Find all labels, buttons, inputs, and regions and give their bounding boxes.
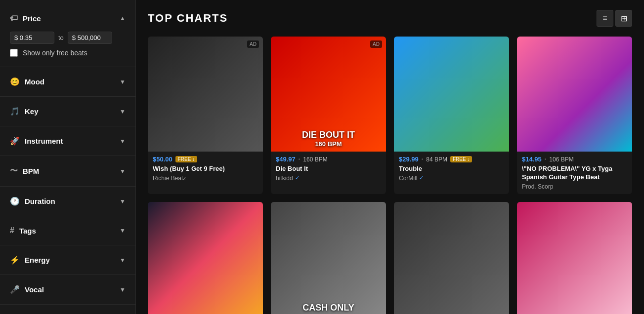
filter-section-energy: ⚡Energy▼ [0,245,135,275]
price-icon: 🏷 [10,14,18,23]
free-beats-row[interactable]: Show only free beats [10,49,126,57]
beat-price: $50.00 [153,156,172,163]
key-icon: 🎵 [10,107,20,116]
beat-thumbnail [394,37,509,152]
filter-header-bpm[interactable]: 〜BPM▼ [10,162,126,180]
chevron-price: ▲ [120,15,126,22]
beat-overlay-bpm: 160 BPM [315,140,342,148]
beat-price: $14.95 [522,156,542,163]
beat-meta: $50.00FREE ↓ [153,156,258,163]
verified-icon: ✓ [419,175,424,181]
beat-artist: Prod. Scorp [522,183,627,190]
beat-bpm: 84 BPM [426,156,447,163]
beat-meta: $14.95•106 BPM [522,156,627,163]
filter-header-duration[interactable]: 🕐Duration▼ [10,193,126,210]
filter-section-tags: #Tags▼ [0,216,135,245]
vocal-icon: 🎤 [10,285,20,294]
view-toggles: ≡ ⊞ [597,10,632,27]
price-min-input[interactable] [10,32,54,44]
beat-card[interactable] [517,202,632,314]
beat-artist: CorMill✓ [399,175,504,182]
filter-section-bpm: 〜BPM▼ [0,156,135,187]
beat-card[interactable] [394,202,509,314]
duration-icon: 🕐 [10,196,20,206]
beat-name: \"NO PROBLEMA\" YG x Tyga Spanish Guitar… [522,165,627,182]
beat-name: Trouble [399,165,504,173]
energy-icon: ⚡ [10,255,20,265]
free-badge: FREE ↓ [450,156,472,162]
filter-section-instrument: 🚀Instrument▼ [0,126,135,156]
beat-card[interactable]: $29.99•84 BPMFREE ↓TroubleCorMill✓ [394,37,509,194]
price-max-input[interactable] [68,32,112,44]
filter-header-vocal[interactable]: 🎤Vocal▼ [10,281,126,298]
beat-bpm: 160 BPM [303,156,327,163]
beat-overlay-title: DIE BOUT IT [302,130,355,140]
beat-overlay-title: CASH ONLY [302,303,354,313]
beat-info: $49.97•160 BPMDie Bout Ithitkidd✓ [271,152,386,186]
filter-header-mood[interactable]: 😊Mood▼ [10,73,126,90]
free-beats-checkbox[interactable] [10,49,18,57]
beat-card[interactable]: ADDIE BOUT IT160 BPM$49.97•160 BPMDie Bo… [271,37,386,194]
beat-card[interactable]: $14.95•106 BPM\"NO PROBLEMA\" YG x Tyga … [517,37,632,194]
beat-card[interactable]: AD$50.00FREE ↓Wish (Buy 1 Get 9 Free)Ric… [148,37,263,194]
filter-header-price[interactable]: 🏷Price▲ [10,10,126,27]
beat-thumbnail: ADDIE BOUT IT160 BPM [271,37,386,152]
filter-label-vocal: Vocal [25,285,44,294]
dot-separator: • [545,157,547,162]
price-range: to [10,32,126,44]
top-bar: TOP CHARTS ≡ ⊞ [148,10,632,27]
beat-thumbnail [148,202,263,314]
beat-overlay: DIE BOUT IT160 BPM [271,126,386,152]
instrument-icon: 🚀 [10,136,20,146]
mood-icon: 😊 [10,77,20,86]
filter-label-bpm: BPM [23,167,39,175]
beat-info: $29.99•84 BPMFREE ↓TroubleCorMill✓ [394,152,509,186]
beat-info: $50.00FREE ↓Wish (Buy 1 Get 9 Free)Richi… [148,152,263,186]
beat-artist: hitkidd✓ [276,175,381,182]
beat-info: $14.95•106 BPM\"NO PROBLEMA\" YG x Tyga … [517,152,632,194]
beat-thumbnail [517,37,632,152]
price-to-label: to [58,34,64,41]
filter-header-key[interactable]: 🎵Key▼ [10,103,126,120]
filter-label-duration: Duration [25,197,55,205]
filter-header-instrument[interactable]: 🚀Instrument▼ [10,132,126,150]
filter-header-energy[interactable]: ⚡Energy▼ [10,251,126,269]
main-content: TOP CHARTS ≡ ⊞ AD$50.00FREE ↓Wish (Buy 1… [136,0,644,314]
beat-name: Wish (Buy 1 Get 9 Free) [153,165,258,173]
beat-name: Die Bout It [276,165,381,173]
filter-label-tags: Tags [19,227,36,235]
free-beats-label: Show only free beats [23,49,87,57]
chevron-instrument: ▼ [120,138,126,145]
chevron-energy: ▼ [120,257,126,264]
chevron-vocal: ▼ [120,286,126,293]
chevron-tags: ▼ [120,227,126,234]
filter-label-instrument: Instrument [25,137,63,145]
beat-meta: $29.99•84 BPMFREE ↓ [399,156,504,163]
chevron-bpm: ▼ [120,168,126,175]
beat-thumbnail [517,202,632,314]
beat-card[interactable] [148,202,263,314]
filter-label-price: Price [23,14,41,23]
chevron-mood: ▼ [120,78,126,85]
filter-header-tags[interactable]: #Tags▼ [10,222,126,239]
beat-thumbnail: CASH ONLY [271,202,386,314]
beat-card[interactable]: CASH ONLY [271,202,386,314]
filter-section-vocal: 🎤Vocal▼ [0,275,135,305]
beat-thumbnail: AD [148,37,263,152]
ad-badge: AD [370,40,382,48]
beat-overlay: CASH ONLY [271,299,386,314]
list-view-button[interactable]: ≡ [597,10,613,27]
filter-section-key: 🎵Key▼ [0,97,135,126]
filter-label-energy: Energy [25,256,50,264]
filter-label-mood: Mood [25,78,44,86]
bpm-icon: 〜 [10,166,18,176]
dot-separator: • [422,157,424,162]
filter-section-duration: 🕐Duration▼ [0,187,135,216]
chevron-duration: ▼ [120,198,126,205]
grid-view-button[interactable]: ⊞ [615,10,632,27]
dot-separator: • [299,157,301,162]
beat-price: $49.97 [276,156,296,163]
sidebar: 🏷Price▲toShow only free beats😊Mood▼🎵Key▼… [0,0,136,314]
beats-grid: AD$50.00FREE ↓Wish (Buy 1 Get 9 Free)Ric… [148,37,632,314]
verified-icon: ✓ [295,175,300,181]
